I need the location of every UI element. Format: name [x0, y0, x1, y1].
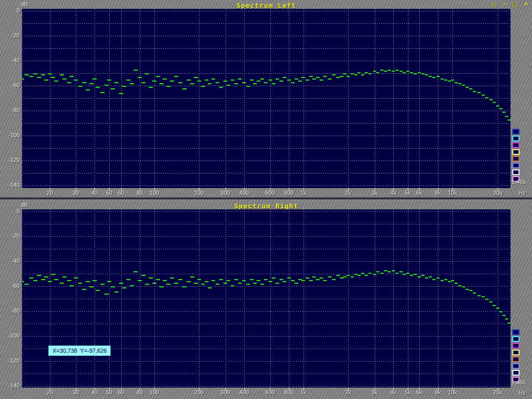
x-axis-label: 2k [339, 190, 357, 196]
x-axis-label: 30 [67, 190, 85, 196]
y-axis-label: -60 [0, 283, 20, 289]
maximize-icon[interactable]: □ [512, 1, 517, 8]
y-axis-label: -60 [0, 82, 20, 89]
legend-color-swatch[interactable] [512, 163, 520, 168]
x-axis-label: 1k [295, 389, 312, 396]
y-axis-label: -120 [0, 157, 20, 164]
legend-color-swatch[interactable] [512, 363, 520, 369]
y-axis-label: -40 [0, 57, 20, 64]
x-axis-label: 20 [41, 389, 59, 396]
y-axis-label: -20 [0, 233, 20, 240]
x-axis-label: 6k [410, 389, 428, 396]
x-axis-label: 400 [235, 190, 253, 196]
y-axis-label: -100 [0, 332, 20, 339]
y-axis-label: -140 [0, 382, 20, 389]
x-axis-label: 60 [112, 190, 130, 196]
x-axis-label: 600 [261, 190, 279, 196]
legend-color-swatch[interactable] [512, 156, 520, 162]
x-axis-label: 20k [489, 389, 507, 396]
y-axis-label: -80 [0, 107, 20, 114]
x-axis-label: 300 [217, 190, 234, 196]
y-axis-label: -20 [0, 32, 20, 39]
x-axis-label: 20 [41, 190, 59, 196]
x-axis-label: 1k [295, 190, 312, 196]
panel-title-left: Spectrum Left [22, 2, 511, 9]
y-axis-label: -80 [0, 308, 20, 314]
spectrum-trace-right-canvas [22, 209, 511, 388]
x-axis-label: 10k [444, 190, 461, 196]
y-axis-label: -100 [0, 132, 20, 139]
x-axis-label: 100 [145, 389, 163, 396]
play-icon[interactable]: ▷ [493, 1, 497, 8]
legend-color-swatch[interactable] [512, 329, 520, 335]
y-axis-label: 0 [0, 7, 20, 14]
minimize-icon[interactable]: – [503, 1, 506, 8]
x-axis-label: 200 [190, 190, 208, 196]
y-axis-label: -140 [0, 182, 20, 189]
x-axis-label: 100 [145, 190, 163, 196]
x-axis-label: 3k [366, 389, 383, 396]
legend-color-swatch[interactable] [512, 149, 520, 155]
legend-palette-right [512, 329, 520, 383]
x-axis-label: 10k [444, 389, 461, 396]
panel-title-right: Spectrum Right [22, 202, 511, 210]
x-axis-label: 6k [410, 190, 428, 196]
legend-color-swatch[interactable] [512, 370, 520, 376]
spectrum-plot-left[interactable] [22, 9, 511, 188]
legend-color-swatch[interactable] [512, 142, 520, 148]
cursor-frequency-readout-right: 1,465 [499, 379, 526, 386]
x-axis-label: 2k [339, 389, 357, 396]
x-axis-label: 600 [261, 389, 279, 396]
x-axis-label: 60 [112, 389, 130, 396]
x-axis-unit-label-left: Hz [518, 190, 525, 196]
legend-color-swatch[interactable] [512, 356, 520, 362]
x-axis-label: 400 [235, 389, 253, 396]
y-axis-label: -40 [0, 258, 20, 264]
x-axis-label: 20k [489, 190, 507, 196]
x-axis-label: 200 [190, 389, 208, 396]
spectrum-plot-right[interactable] [22, 209, 511, 388]
legend-color-swatch[interactable] [512, 129, 520, 135]
y-axis-label: 0 [0, 208, 20, 215]
legend-color-swatch[interactable] [512, 336, 520, 342]
x-axis-label: 30 [67, 389, 85, 396]
legend-palette-left [512, 129, 520, 183]
legend-color-swatch[interactable] [512, 343, 520, 349]
spectrum-trace-left-canvas [22, 9, 511, 188]
panel-separator [0, 197, 532, 200]
legend-color-swatch[interactable] [512, 350, 520, 355]
window-controls: ▷ – □ ✕ [489, 1, 529, 8]
cursor-coordinates-tooltip: X=30,738 Y=-97,626 [48, 345, 111, 356]
x-axis-unit-label-right: Hz [518, 390, 525, 396]
legend-color-swatch[interactable] [512, 169, 520, 175]
x-axis-label: 3k [366, 190, 383, 196]
y-axis-label: -120 [0, 357, 20, 364]
x-axis-label: 300 [217, 389, 234, 396]
legend-color-swatch[interactable] [512, 136, 520, 141]
cursor-frequency-readout-left: 1,465 [499, 179, 526, 185]
close-icon[interactable]: ✕ [524, 1, 529, 8]
